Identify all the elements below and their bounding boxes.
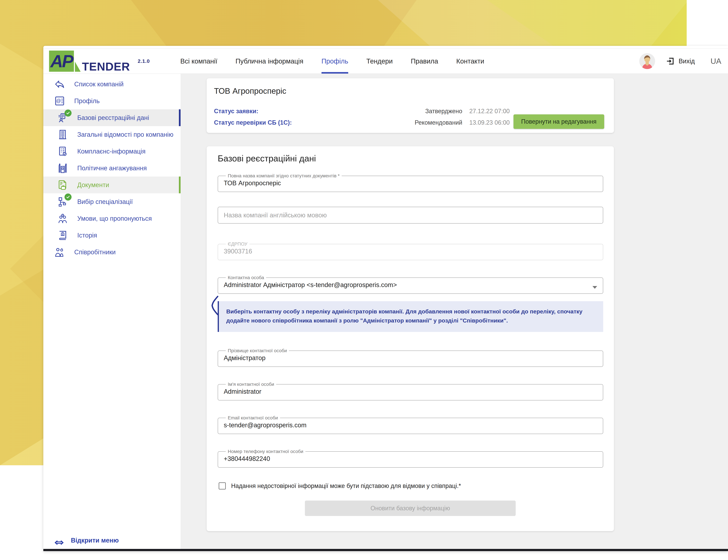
status-date: 27.12.22 07:00 xyxy=(469,108,530,115)
agreement-label: Надання недостовірної інформації може бу… xyxy=(231,482,461,489)
contact-last-name-label: Прізвище контактної особи xyxy=(226,348,289,353)
full-company-name-field: Повна назва компанії згідно статутних до… xyxy=(218,173,603,192)
sidebar-item-general-company-info[interactable]: Загальні відомості про компанію xyxy=(43,126,181,143)
app-logo[interactable]: AP TENDER 2.1.0 xyxy=(49,51,130,72)
edrpou-label: ЄДРПОУ xyxy=(226,241,249,247)
check-badge-icon xyxy=(65,110,72,117)
agreement-row: Надання недостовірної інформації може бу… xyxy=(219,482,603,489)
edrpou-field: ЄДРПОУ xyxy=(218,241,603,260)
logout-button[interactable]: Вихід xyxy=(666,57,695,66)
sidebar-item-compliance-info[interactable]: Комплаєнс-інформація xyxy=(43,143,181,160)
nav-profile[interactable]: Профіль xyxy=(322,49,348,74)
sidebar-item-political-engagement[interactable]: Політичне ангажування xyxy=(43,160,181,177)
full-company-name-label: Повна назва компанії згідно статутних до… xyxy=(226,173,342,179)
contact-last-name-field: Прізвище контактної особи xyxy=(218,348,603,367)
status-rows: Статус заявки: Затверджено 27.12.22 07:0… xyxy=(214,108,530,126)
open-menu-button[interactable]: Відкрити меню xyxy=(53,536,119,545)
contact-email-label: Email контактної особи xyxy=(226,415,280,421)
contact-phone-input[interactable] xyxy=(223,454,598,462)
form-title: Базові реєстраційні дані xyxy=(218,153,603,163)
sidebar-item-offered-terms[interactable]: ? Умови, що пропонуються xyxy=(43,210,181,227)
nav-rules[interactable]: Правила xyxy=(411,49,438,74)
nav-tenders[interactable]: Тендери xyxy=(366,49,393,74)
sidebar: Список компаній @ Профіль xyxy=(43,74,181,551)
compliance-doc-icon xyxy=(56,145,69,158)
company-status-card: ТОВ Агропросперіс Статус заявки: Затверд… xyxy=(207,78,614,133)
nav-public-info[interactable]: Публична інформація xyxy=(235,49,303,74)
edrpou-input xyxy=(223,247,598,255)
chevron-left-icon xyxy=(210,295,219,316)
check-badge-icon xyxy=(65,193,72,201)
main-nav: Всі компанії Публична інформація Профіль… xyxy=(180,49,484,74)
history-book-icon xyxy=(56,229,69,242)
double-arrow-icon xyxy=(53,536,65,545)
contact-first-name-input[interactable] xyxy=(223,387,598,395)
contact-person-field: Контактна особа Administrator Адміністра… xyxy=(218,275,603,294)
logo-slash xyxy=(75,62,81,72)
header-right: Вихід UA xyxy=(639,53,721,69)
contact-person-label: Контактна особа xyxy=(226,275,266,280)
contact-person-hint: Виберіть контактну особу з переліку адмі… xyxy=(218,301,603,332)
english-company-name-input[interactable] xyxy=(224,212,597,219)
status-row-security-check: Статус перевірки СБ (1С): Рекомендований… xyxy=(214,119,530,126)
language-switch[interactable]: UA xyxy=(711,57,721,66)
basic-registration-form-card: Базові реєстраційні дані Повна назва ком… xyxy=(207,146,614,531)
window-top-band xyxy=(43,46,728,49)
profile-card-icon: @ xyxy=(53,95,66,107)
status-label: Статус перевірки СБ (1С): xyxy=(214,119,415,126)
app-window: AP TENDER 2.1.0 Всі компанії Публична ін… xyxy=(43,46,728,551)
building-icon xyxy=(56,128,69,141)
sidebar-item-history[interactable]: Історія xyxy=(43,227,181,244)
logout-icon xyxy=(666,57,675,66)
contact-first-name-label: Ім'я контактної особи xyxy=(226,382,276,387)
sidebar-item-documents[interactable]: Документи xyxy=(43,177,181,193)
english-company-name-field xyxy=(218,207,603,224)
sidebar-item-basic-registration-data[interactable]: Базові реєстраційні дані xyxy=(43,109,181,126)
full-company-name-input[interactable] xyxy=(223,179,598,187)
hint-text: Виберіть контактну особу з переліку адмі… xyxy=(226,307,596,325)
status-value: Затверджено xyxy=(425,108,462,115)
sidebar-item-specialization-choice[interactable]: Вибір спеціалізації xyxy=(43,193,181,210)
contact-first-name-field: Ім'я контактної особи xyxy=(218,382,603,400)
main-content: ТОВ Агропросперіс Статус заявки: Затверд… xyxy=(181,74,728,551)
return-to-editing-button[interactable]: Повернути на редагування xyxy=(513,114,604,129)
svg-text:@: @ xyxy=(56,98,61,103)
agreement-checkbox[interactable] xyxy=(219,482,226,489)
sidebar-item-profile[interactable]: @ Профіль xyxy=(43,93,181,109)
status-row-application: Статус заявки: Затверджено 27.12.22 07:0… xyxy=(214,108,530,115)
logo-mark: AP xyxy=(49,51,74,72)
contact-last-name-input[interactable] xyxy=(223,353,598,362)
logout-label: Вихід xyxy=(679,58,695,65)
company-name: ТОВ Агропросперіс xyxy=(214,86,605,96)
contact-email-field: Email контактної особи xyxy=(218,415,603,434)
window-bottom-edge xyxy=(43,549,728,551)
document-icon xyxy=(56,179,69,191)
app-version: 2.1.0 xyxy=(138,59,150,63)
hierarchy-icon xyxy=(56,196,69,208)
user-avatar[interactable] xyxy=(639,53,655,69)
contact-person-select[interactable]: Administrator Адміністратор <s-tender@ag… xyxy=(223,280,598,289)
nav-all-companies[interactable]: Всі компанії xyxy=(180,49,217,74)
people-terms-icon: ? xyxy=(56,212,69,225)
back-arrow-icon xyxy=(53,78,66,90)
contact-email-input[interactable] xyxy=(223,421,598,429)
update-basic-info-button[interactable]: Оновити базову інформацію xyxy=(305,501,516,516)
registration-data-icon xyxy=(56,112,69,124)
header: AP TENDER 2.1.0 Всі компанії Публична ін… xyxy=(43,49,728,74)
contact-phone-field: Номер телефону контактної особи xyxy=(218,449,603,468)
sidebar-item-employees[interactable]: Співробітники xyxy=(43,244,181,261)
svg-text:?: ? xyxy=(62,214,63,216)
chevron-down-icon xyxy=(592,286,597,289)
government-icon xyxy=(56,162,69,174)
sidebar-item-company-list[interactable]: Список компаній xyxy=(43,76,181,93)
status-label: Статус заявки: xyxy=(214,108,425,115)
employees-icon xyxy=(53,246,66,258)
nav-contacts[interactable]: Контакти xyxy=(456,49,484,74)
status-value: Рекомендований xyxy=(415,119,462,126)
logo-text: TENDER 2.1.0 xyxy=(82,61,130,72)
contact-phone-label: Номер телефону контактної особи xyxy=(226,449,305,454)
